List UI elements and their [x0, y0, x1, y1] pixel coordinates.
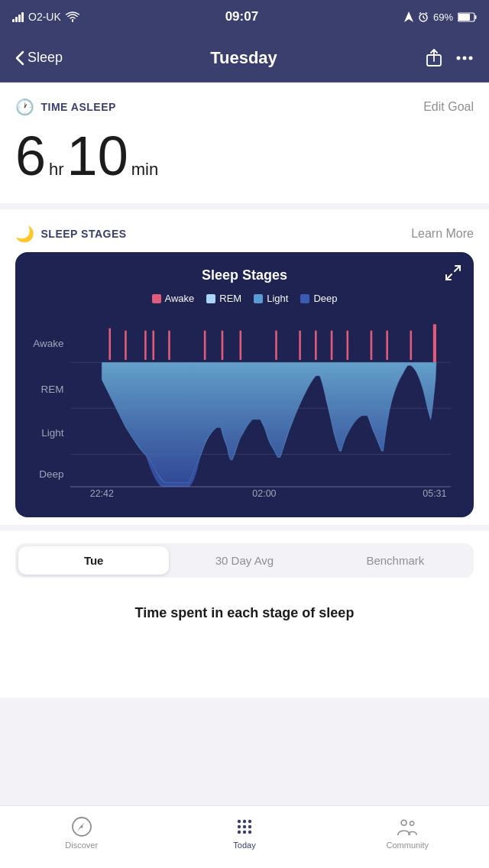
legend-light: Light — [254, 293, 288, 304]
moon-icon: 🌙 — [15, 225, 35, 243]
tab-bar-spacer — [0, 629, 489, 698]
svg-point-49 — [238, 819, 241, 822]
svg-point-13 — [468, 56, 472, 60]
back-chevron-icon — [15, 50, 24, 66]
svg-point-57 — [248, 830, 251, 833]
svg-text:Awake: Awake — [33, 338, 63, 349]
back-button[interactable]: Sleep — [15, 50, 63, 66]
status-time: 09:07 — [225, 9, 258, 24]
tab-bar-discover[interactable]: Discover — [0, 816, 163, 850]
tab-tue[interactable]: Tue — [18, 546, 169, 575]
light-color — [254, 294, 263, 303]
sleep-stages-title: 🌙 SLEEP STAGES — [15, 225, 127, 243]
time-asleep-header: 🕐 TIME ASLEEP Edit Goal — [15, 98, 474, 116]
status-bar: O2-UK 09:07 69% — [0, 0, 489, 34]
tab-bar: Discover Today — [0, 805, 489, 868]
share-icon[interactable] — [425, 47, 443, 69]
more-icon[interactable] — [455, 55, 474, 61]
chart-title: Sleep Stages — [31, 267, 458, 283]
hours-value: 6 — [15, 128, 46, 183]
svg-point-12 — [462, 56, 466, 60]
community-icon — [397, 816, 418, 837]
dots-icon — [234, 816, 255, 837]
svg-line-3 — [423, 18, 425, 19]
wifi-icon — [66, 11, 79, 22]
time-asleep-title: 🕐 TIME ASLEEP — [15, 98, 116, 116]
svg-text:Light: Light — [41, 427, 63, 439]
bottom-text-section: Time spent in each stage of sleep — [0, 590, 489, 629]
clock-icon: 🕐 — [15, 98, 35, 116]
expand-icon — [445, 264, 461, 281]
svg-point-55 — [238, 830, 241, 833]
battery-icon — [458, 12, 477, 22]
svg-point-51 — [248, 819, 251, 822]
nav-bar: Sleep Tuesday — [0, 34, 489, 83]
tab-bar-community[interactable]: Community — [326, 816, 489, 850]
svg-line-5 — [426, 13, 427, 15]
location-icon — [404, 11, 413, 22]
svg-rect-8 — [475, 15, 477, 19]
chart-legend: Awake REM Light Deep — [31, 293, 458, 304]
svg-point-11 — [456, 56, 460, 60]
sleep-chart-svg: Awake REM Light Deep — [31, 316, 458, 499]
svg-point-54 — [248, 824, 251, 828]
deep-color — [300, 294, 309, 303]
hr-unit: hr — [49, 160, 64, 180]
svg-point-58 — [401, 820, 406, 825]
period-tabs: Tue 30 Day Avg Benchmark — [15, 543, 474, 578]
svg-rect-7 — [458, 14, 470, 21]
stage-heading: Time spent in each stage of sleep — [15, 605, 474, 621]
time-asleep-section: 🕐 TIME ASLEEP Edit Goal 6 hr 10 min — [0, 83, 489, 203]
carrier-label: O2-UK — [28, 11, 61, 23]
learn-more-button[interactable]: Learn More — [411, 227, 474, 241]
svg-text:02:00: 02:00 — [252, 488, 276, 498]
time-display: 6 hr 10 min — [15, 122, 474, 196]
compass-icon — [71, 816, 92, 837]
tab-30day[interactable]: 30 Day Avg — [169, 546, 319, 575]
svg-marker-0 — [404, 11, 413, 22]
divider-2 — [0, 525, 489, 531]
sleep-stages-section: 🌙 SLEEP STAGES Learn More Sleep Stages — [0, 209, 489, 525]
svg-point-48 — [80, 825, 83, 828]
svg-point-56 — [243, 830, 246, 833]
minutes-value: 10 — [67, 128, 128, 183]
awake-color — [152, 294, 161, 303]
status-left: O2-UK — [12, 11, 79, 23]
tabs-section: Tue 30 Day Avg Benchmark — [0, 531, 489, 590]
legend-deep: Deep — [300, 293, 337, 304]
sleep-stages-chart: Sleep Stages Awake REM — [15, 252, 474, 517]
today-label: Today — [233, 840, 255, 850]
discover-label: Discover — [65, 840, 98, 850]
tab-benchmark[interactable]: Benchmark — [320, 546, 471, 575]
svg-point-53 — [243, 824, 246, 828]
status-right: 69% — [404, 11, 477, 23]
svg-point-50 — [243, 819, 246, 822]
divider-1 — [0, 203, 489, 209]
svg-line-15 — [446, 274, 452, 280]
svg-point-59 — [410, 821, 414, 825]
edit-goal-button[interactable]: Edit Goal — [423, 100, 474, 114]
svg-line-14 — [455, 266, 460, 271]
sleep-stages-header: 🌙 SLEEP STAGES Learn More — [15, 225, 474, 243]
tab-bar-today[interactable]: Today — [163, 816, 325, 850]
nav-actions — [425, 47, 474, 69]
svg-text:22:42: 22:42 — [90, 488, 114, 498]
legend-rem: REM — [206, 293, 241, 304]
svg-text:REM: REM — [41, 384, 64, 395]
alarm-icon — [418, 11, 429, 22]
legend-awake: Awake — [152, 293, 195, 304]
battery-percent: 69% — [433, 11, 453, 23]
min-unit: min — [131, 160, 158, 180]
expand-button[interactable] — [445, 264, 461, 285]
rem-color — [206, 294, 215, 303]
svg-point-52 — [238, 824, 241, 828]
community-label: Community — [387, 840, 429, 850]
back-label: Sleep — [28, 50, 63, 66]
page-title: Tuesday — [210, 48, 277, 68]
svg-text:05:31: 05:31 — [423, 488, 446, 498]
svg-line-4 — [419, 13, 421, 15]
svg-text:Deep: Deep — [39, 468, 63, 480]
signal-icon — [12, 11, 24, 22]
main-content: 🕐 TIME ASLEEP Edit Goal 6 hr 10 min 🌙 SL… — [0, 83, 489, 698]
